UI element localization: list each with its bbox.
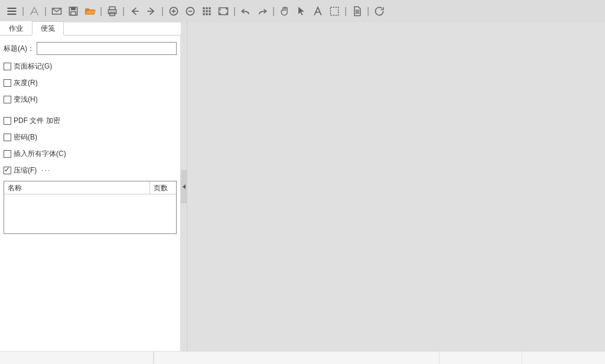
toolbar-separator: | <box>98 4 104 19</box>
text-icon[interactable] <box>310 3 326 20</box>
select-area-icon[interactable] <box>326 3 343 20</box>
checkbox-compress[interactable] <box>4 167 11 174</box>
preview-canvas[interactable] <box>187 22 605 351</box>
svg-rect-20 <box>209 7 210 9</box>
checkbox-pdf-encrypt-label: PDF 文件 加密 <box>14 116 60 126</box>
svg-rect-29 <box>330 7 338 15</box>
tab-jobs[interactable]: 作业 <box>0 21 32 35</box>
refresh-icon[interactable] <box>371 3 388 20</box>
status-cell <box>154 352 440 364</box>
checkbox-password-label: 密码(B) <box>14 132 37 142</box>
redo-icon[interactable] <box>254 3 271 20</box>
splitter-handle-icon[interactable] <box>181 170 187 203</box>
svg-rect-26 <box>209 13 210 15</box>
pdf-icon[interactable] <box>26 3 43 20</box>
checkbox-lighten-label: 变浅(H) <box>14 95 38 105</box>
toolbar-separator: | <box>271 4 277 19</box>
svg-rect-18 <box>203 7 204 9</box>
toolbar-separator: | <box>343 4 349 19</box>
toolbar-separator: | <box>365 4 371 19</box>
svg-rect-6 <box>71 7 76 9</box>
fit-icon[interactable] <box>215 3 232 20</box>
svg-rect-25 <box>206 13 207 15</box>
pointer-icon[interactable] <box>293 3 310 20</box>
checkbox-grayscale-label: 灰度(R) <box>14 78 38 88</box>
checkbox-page-marks[interactable] <box>4 63 11 70</box>
file-table: 名称 页数 <box>4 181 177 234</box>
svg-rect-22 <box>206 10 207 12</box>
toolbar-separator: | <box>232 4 238 19</box>
svg-rect-21 <box>203 10 204 12</box>
toolbar-separator: | <box>121 4 126 19</box>
undo-icon[interactable] <box>238 3 254 20</box>
status-cell <box>440 352 522 364</box>
zoom-out-icon[interactable] <box>182 3 199 20</box>
svg-rect-7 <box>71 12 76 15</box>
status-cell <box>522 352 605 364</box>
checkbox-embed-fonts-label: 插入所有字体(C) <box>14 149 66 159</box>
mail-icon[interactable] <box>48 3 65 20</box>
forward-icon[interactable] <box>143 3 160 20</box>
svg-rect-24 <box>203 13 204 15</box>
left-panel: 作业 便笺 标题(A)： 页面标记(G) 灰度(R) 变浅(H) <box>0 22 181 351</box>
svg-rect-23 <box>209 10 210 12</box>
splitter[interactable] <box>181 22 187 351</box>
checkbox-pdf-encrypt[interactable] <box>4 117 11 125</box>
toolbar-separator: | <box>43 4 48 19</box>
status-cell <box>0 352 154 364</box>
open-folder-icon[interactable] <box>82 3 98 20</box>
checkbox-password[interactable] <box>4 134 11 141</box>
checkbox-compress-label: 压缩(F) <box>14 165 37 176</box>
print-icon[interactable] <box>104 3 121 20</box>
title-input[interactable] <box>37 42 177 55</box>
zoom-in-icon[interactable] <box>165 3 182 20</box>
back-icon[interactable] <box>126 3 143 20</box>
notes-panel: 标题(A)： 页面标记(G) 灰度(R) 变浅(H) <box>0 35 181 351</box>
col-name[interactable]: 名称 <box>4 181 150 194</box>
checkbox-grayscale[interactable] <box>4 79 11 87</box>
menu-icon[interactable] <box>4 3 20 20</box>
checkbox-embed-fonts[interactable] <box>4 150 11 158</box>
save-icon[interactable] <box>65 3 82 20</box>
col-pages[interactable]: 页数 <box>150 181 176 194</box>
title-label: 标题(A)： <box>4 44 34 54</box>
tab-notes[interactable]: 便笺 <box>32 21 64 35</box>
checkbox-page-marks-label: 页面标记(G) <box>14 61 52 72</box>
checkbox-lighten[interactable] <box>4 96 11 103</box>
svg-rect-19 <box>206 7 207 9</box>
panel-tabs: 作业 便笺 <box>0 22 181 35</box>
status-bar <box>0 351 605 364</box>
hand-icon[interactable] <box>277 3 293 20</box>
compress-options-icon[interactable]: ··· <box>41 166 51 174</box>
toolbar-separator: | <box>20 4 26 19</box>
main-toolbar: | | | | | | | <box>0 0 605 22</box>
file-table-body <box>4 194 176 233</box>
document-icon[interactable] <box>349 3 365 20</box>
grid-icon[interactable] <box>199 3 215 20</box>
toolbar-separator: | <box>160 4 165 19</box>
